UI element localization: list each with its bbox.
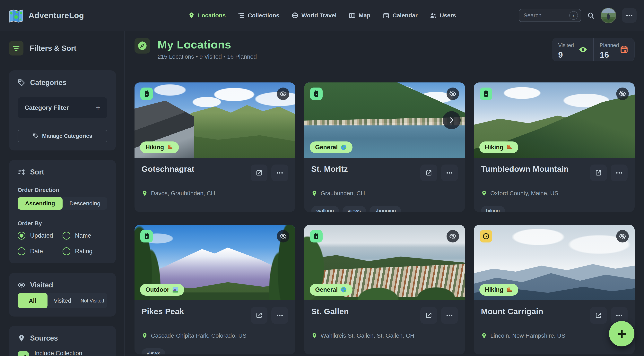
pin-icon — [142, 190, 148, 196]
eye-off-icon[interactable] — [446, 87, 459, 100]
nav-item-calendar[interactable]: Calendar — [382, 12, 418, 19]
visited-stat: Visited 9 — [552, 38, 593, 61]
category-badge: Hiking — [480, 284, 518, 296]
planned-stat: Planned 16 — [593, 38, 634, 61]
open-location-button[interactable] — [420, 307, 437, 324]
eye-off-icon[interactable] — [616, 230, 629, 243]
search-input[interactable] — [524, 12, 569, 19]
location-photo[interactable]: General — [304, 82, 465, 158]
more-menu-button[interactable] — [622, 8, 636, 23]
radio-updated[interactable]: Updated — [18, 232, 62, 240]
ascending-option[interactable]: Ascending — [18, 197, 62, 210]
nav-item-map[interactable]: Map — [349, 12, 370, 19]
pin-icon — [311, 190, 318, 196]
sort-heading: Sort — [18, 168, 107, 176]
category-label: Outdoor — [146, 286, 169, 293]
manage-categories-button[interactable]: Manage Categories — [18, 130, 107, 142]
card-menu-button[interactable] — [611, 165, 628, 181]
location-photo[interactable]: Hiking — [134, 82, 295, 158]
card-menu-button[interactable] — [271, 165, 288, 181]
visited-all-option[interactable]: All — [18, 293, 48, 308]
location-region: Davos, Graubünden, CH — [142, 190, 288, 197]
filter-icon — [9, 41, 24, 55]
location-title: Tumbledown Mountain — [481, 165, 569, 174]
eye-icon — [578, 45, 588, 54]
category-label: Hiking — [485, 144, 504, 151]
location-photo[interactable]: General — [304, 225, 465, 300]
radio-rating[interactable]: Rating — [62, 247, 108, 255]
search-icon[interactable] — [587, 11, 595, 19]
category-badge: Hiking — [480, 141, 518, 153]
park-icon — [172, 287, 179, 293]
card-menu-button[interactable] — [271, 307, 288, 324]
nav-item-users[interactable]: Users — [430, 12, 456, 19]
category-badge: Outdoor — [140, 284, 184, 296]
visited-count: 9 — [558, 50, 593, 60]
location-region-text: Davos, Graubünden, CH — [151, 190, 215, 197]
card-menu-button[interactable] — [441, 165, 458, 181]
tag-icon — [33, 133, 38, 139]
tag-pill[interactable]: shopping — [370, 206, 401, 212]
location-title: St. Moritz — [311, 165, 348, 174]
tag-pill[interactable]: walking — [311, 206, 339, 212]
open-location-button[interactable] — [590, 165, 607, 181]
card-body: Tumbledown Mountain Oxford County, Maine… — [474, 158, 634, 212]
categories-heading: Categories — [18, 78, 107, 87]
map-icon — [349, 12, 356, 19]
visited-visited-option[interactable]: Visited — [48, 293, 78, 308]
tag-pill[interactable]: hiking — [481, 206, 505, 212]
visited-not-visited-option[interactable]: Not Visited — [78, 293, 107, 308]
pin-icon — [481, 333, 487, 339]
page-subtitle: 215 Locations • 9 Visited • 16 Planned — [158, 53, 257, 60]
external-link-icon — [255, 169, 263, 177]
location-region: Oxford County, Maine, US — [481, 190, 628, 197]
radio-date[interactable]: Date — [18, 247, 62, 255]
external-link-icon — [425, 169, 433, 177]
eye-off-icon[interactable] — [616, 87, 629, 100]
open-location-button[interactable] — [420, 165, 437, 181]
eye-off-icon[interactable] — [446, 230, 459, 243]
include-collection-locations-checkbox[interactable]: Include Collection Locations — [18, 350, 107, 356]
eye-off-icon[interactable] — [277, 230, 289, 243]
brand[interactable]: AdventureLog — [8, 8, 84, 23]
nav-item-locations[interactable]: Locations — [188, 12, 226, 19]
eye-off-icon[interactable] — [277, 87, 289, 100]
descending-option[interactable]: Descending — [62, 197, 108, 210]
tag-pill[interactable]: views — [142, 348, 165, 355]
location-photo[interactable]: Outdoor — [134, 225, 295, 300]
calendar-check-icon — [312, 90, 320, 98]
card-menu-button[interactable] — [441, 307, 458, 324]
users-icon — [430, 12, 437, 19]
open-location-button[interactable] — [251, 165, 268, 181]
carousel-next-button[interactable] — [443, 111, 460, 129]
open-location-button[interactable] — [251, 307, 268, 324]
calendar-check-badge — [140, 87, 153, 100]
nav-item-world-travel[interactable]: World Travel — [292, 12, 337, 19]
card-actions — [420, 307, 458, 324]
location-region-text: Lincoln, New Hampshire, US — [490, 332, 565, 339]
eye-icon — [18, 281, 26, 289]
expand-plus-icon: + — [96, 103, 100, 112]
locations-grid: Hiking Gotschnagrat Da — [134, 82, 634, 355]
open-location-button[interactable] — [590, 307, 607, 324]
location-photo[interactable]: Hiking — [474, 225, 634, 300]
add-location-button[interactable]: + — [609, 321, 634, 347]
external-link-icon — [255, 312, 263, 319]
radio-name[interactable]: Name — [62, 232, 108, 240]
pin-icon — [188, 12, 195, 19]
tag-pill[interactable]: views — [342, 206, 366, 212]
category-label: Hiking — [146, 144, 164, 151]
search-shortcut-badge: / — [569, 11, 578, 20]
category-badge: Hiking — [140, 141, 179, 153]
page-title: My Locations — [158, 38, 257, 51]
category-filter-collapse[interactable]: Category Filter + — [18, 97, 107, 118]
location-photo[interactable]: Hiking — [474, 82, 634, 158]
ellipsis-icon — [615, 169, 623, 177]
user-avatar[interactable] — [600, 8, 616, 23]
nav-item-collections[interactable]: Collections — [238, 12, 280, 19]
sources-section: Sources Include Collection Locations — [9, 326, 116, 356]
ellipsis-icon — [446, 169, 454, 177]
categories-section: Categories Category Filter + Manage Cate… — [9, 70, 116, 150]
radio-icon — [18, 232, 26, 240]
hiking-boot-icon — [506, 287, 513, 293]
